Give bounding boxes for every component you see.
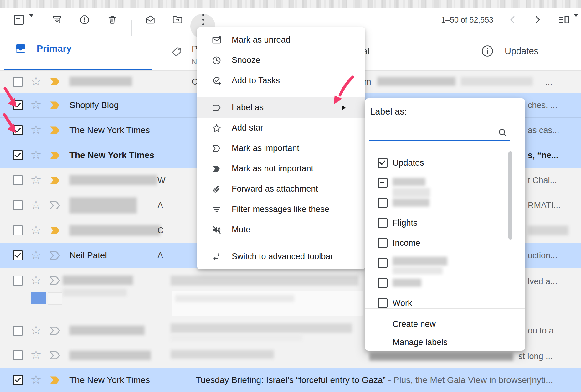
inbox-primary-icon (15, 43, 27, 54)
redacted-sender (69, 77, 132, 86)
subject-fragment: A (157, 201, 163, 210)
tab-promotions-subtext-fragment: N (192, 58, 197, 66)
menu-item-mark-as-unread[interactable]: Mark as unread (197, 30, 365, 50)
row-checkbox-checked[interactable] (13, 150, 23, 160)
checkbox-unchecked-icon[interactable] (378, 258, 388, 268)
star-icon[interactable]: ☆ (30, 199, 42, 211)
attachment-thumbnail[interactable] (31, 292, 46, 304)
importance-marker-icon[interactable] (49, 150, 61, 161)
row-checkbox[interactable] (13, 326, 23, 336)
delete-button[interactable] (107, 14, 117, 25)
row-checkbox-checked[interactable] (13, 100, 23, 110)
gmail-inbox-screen: 1–50 of 52,553 Primary P N al Update (0, 0, 581, 392)
star-icon[interactable]: ☆ (30, 224, 42, 236)
checkbox-unchecked-icon[interactable] (378, 298, 388, 308)
checkbox-checked-icon[interactable] (378, 158, 388, 168)
manage-labels-button[interactable]: Manage labels (393, 338, 448, 347)
checkbox-indeterminate-icon[interactable] (378, 178, 388, 188)
star-icon[interactable]: ☆ (30, 249, 42, 261)
mark-as-read-button[interactable] (145, 14, 156, 25)
move-to-button[interactable] (172, 14, 183, 25)
importance-marker-icon[interactable] (49, 275, 61, 286)
tab-updates[interactable]: Updates (481, 44, 538, 58)
star-icon[interactable]: ☆ (30, 148, 42, 161)
checkbox-unchecked-icon[interactable] (378, 198, 388, 208)
importance-marker-icon[interactable] (49, 325, 61, 336)
menu-item-forward-as-attachment[interactable]: Forward as attachment (197, 179, 365, 199)
star-icon[interactable]: ☆ (30, 173, 42, 186)
row-checkbox-checked[interactable] (13, 250, 23, 260)
more-options-button[interactable] (200, 13, 206, 27)
scrollbar-thumb[interactable] (508, 151, 512, 240)
menu-item-label-as[interactable]: Label as (197, 97, 365, 118)
checkbox-unchecked-icon[interactable] (378, 278, 388, 288)
row-checkbox[interactable] (13, 350, 23, 360)
importance-marker-icon[interactable] (49, 350, 61, 361)
submenu-arrow-icon (342, 105, 346, 111)
importance-marker-icon[interactable] (49, 200, 61, 211)
menu-item-mute[interactable]: Mute (197, 219, 365, 240)
label-option-income[interactable]: Income (365, 233, 525, 253)
checkbox-unchecked-icon[interactable] (378, 218, 388, 228)
menu-item-add-star[interactable]: Add star (197, 118, 365, 138)
star-icon[interactable]: ☆ (30, 348, 42, 361)
star-icon[interactable]: ☆ (30, 274, 42, 286)
scrollbar[interactable] (508, 147, 512, 308)
menu-item-filter-messages[interactable]: Filter messages like these (197, 199, 365, 219)
text-cursor (371, 127, 371, 137)
pagination-count: 1–50 of 52,553 (441, 15, 493, 24)
importance-marker-icon[interactable] (49, 175, 61, 186)
create-new-label-button[interactable]: Create new (393, 319, 436, 329)
label-option-work[interactable]: Work (365, 293, 525, 308)
snippet-text: - Plus, the Met Gala View in browser|nyt… (386, 375, 553, 385)
tab-promotions-fragment[interactable]: P (192, 44, 198, 54)
star-icon[interactable]: ☆ (30, 324, 42, 336)
trash-icon (107, 14, 117, 25)
newer-page-button[interactable] (508, 15, 518, 25)
menu-item-mark-as-not-important[interactable]: Mark as not important (197, 158, 365, 179)
row-checkbox[interactable] (13, 200, 23, 210)
star-icon[interactable]: ☆ (30, 98, 42, 111)
importance-marker-icon[interactable] (49, 375, 61, 385)
row-checkbox[interactable] (13, 276, 23, 286)
attachment-thumbnail[interactable] (48, 292, 62, 305)
label-search-input[interactable] (369, 126, 510, 141)
snippet-fragment: m (364, 77, 371, 86)
snooze-clock-icon (212, 55, 222, 65)
checkbox-unchecked-icon[interactable] (378, 238, 388, 248)
email-row[interactable]: ☆ The New York Times Tuesday Briefing: I… (0, 368, 581, 392)
label-option-redacted[interactable] (365, 193, 525, 213)
importance-marker-icon[interactable] (49, 100, 61, 111)
redacted-text (171, 276, 358, 286)
star-icon[interactable]: ☆ (30, 75, 42, 87)
menu-item-add-to-tasks[interactable]: Add to Tasks (197, 70, 365, 91)
importance-marker-icon[interactable] (49, 76, 61, 87)
report-spam-button[interactable] (79, 14, 90, 25)
label-option-redacted[interactable] (365, 273, 525, 293)
tab-primary[interactable]: Primary (15, 43, 72, 54)
label-option-redacted[interactable] (365, 253, 525, 273)
row-checkbox[interactable] (13, 175, 23, 185)
row-checkbox[interactable] (13, 225, 23, 235)
row-checkbox-checked[interactable] (13, 125, 23, 135)
menu-item-switch-toolbar[interactable]: Switch to advanced toolbar (197, 246, 365, 267)
importance-marker-icon[interactable] (49, 225, 61, 236)
archive-button[interactable] (52, 14, 62, 25)
row-checkbox-checked[interactable] (13, 375, 23, 385)
menu-item-mark-as-important[interactable]: Mark as important (197, 138, 365, 158)
split-view-button[interactable] (558, 15, 570, 25)
row-checkbox[interactable] (13, 77, 23, 87)
star-icon[interactable]: ☆ (30, 373, 42, 386)
older-page-button[interactable] (532, 15, 542, 25)
promotions-tag-icon[interactable] (171, 46, 184, 59)
importance-marker-icon[interactable] (49, 250, 61, 261)
label-option-flights[interactable]: Flights (365, 213, 525, 233)
label-option-updates[interactable]: Updates (365, 153, 525, 173)
snippet-fragment: as cas... (528, 126, 559, 135)
menu-item-snooze[interactable]: Snooze (197, 50, 365, 70)
split-view-icon (558, 15, 570, 25)
star-icon[interactable]: ☆ (30, 123, 42, 136)
importance-marker-icon[interactable] (49, 125, 61, 136)
select-all-checkbox[interactable] (14, 15, 24, 25)
label-option-redacted[interactable] (365, 173, 525, 193)
